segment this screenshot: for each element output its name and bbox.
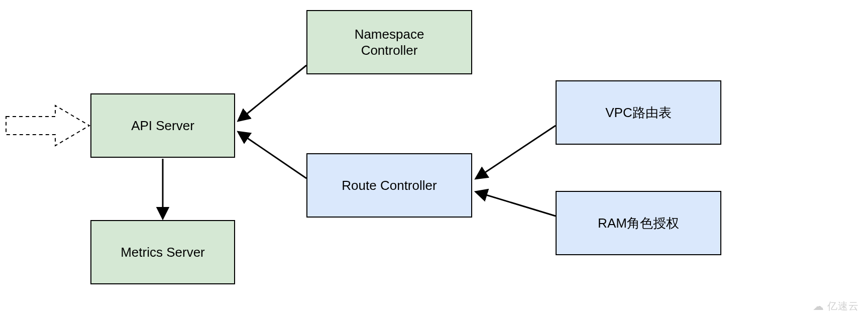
node-label: VPC路由表 [605,104,671,121]
node-vpc-route-table: VPC路由表 [556,80,721,145]
node-metrics-server: Metrics Server [90,220,235,284]
watermark: ☁ 亿速云 [813,299,859,313]
node-route-controller: Route Controller [306,153,472,218]
node-api-server: API Server [90,93,235,158]
edge-namespace-to-api [239,65,306,121]
node-label: RAM角色授权 [598,215,679,232]
watermark-text: 亿速云 [827,299,859,313]
edge-vpc-to-route [476,126,556,178]
node-label: Namespace Controller [355,26,424,59]
node-label: Route Controller [342,177,437,194]
edge-ram-to-route [476,192,556,216]
node-label: Metrics Server [121,244,205,261]
node-label: API Server [131,118,194,134]
node-namespace-controller: Namespace Controller [306,10,472,74]
edge-external-to-api [6,105,89,146]
edge-route-to-api [239,132,306,178]
cloud-icon: ☁ [813,300,824,313]
node-ram-role-auth: RAM角色授权 [556,191,721,255]
